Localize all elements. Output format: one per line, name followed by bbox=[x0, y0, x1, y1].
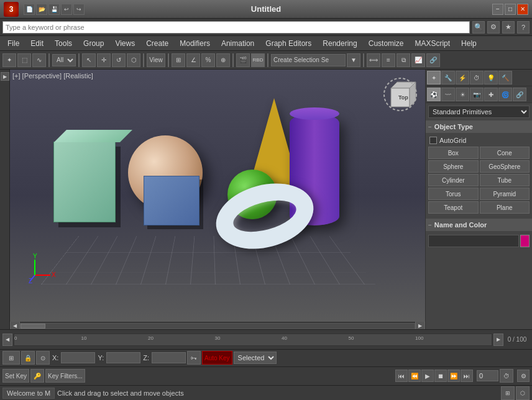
cylinder-button[interactable]: Cylinder bbox=[428, 174, 479, 186]
create-selection-input[interactable] bbox=[271, 54, 346, 66]
search-options-icon[interactable]: ⚙ bbox=[487, 21, 500, 34]
viewport-layout-btn[interactable]: ⊞ bbox=[501, 386, 515, 400]
spacewarps-icon[interactable]: 🌀 bbox=[498, 88, 512, 101]
systems-icon[interactable]: 🔗 bbox=[513, 88, 526, 101]
select-tool[interactable]: ✦ bbox=[2, 53, 16, 67]
name-color-header[interactable]: − Name and Color bbox=[426, 219, 532, 231]
torus-button[interactable]: Torus bbox=[428, 188, 479, 200]
minimize-button[interactable]: − bbox=[492, 4, 503, 15]
selected-dropdown[interactable]: Selected bbox=[234, 352, 277, 364]
render-scene[interactable]: 🎬 bbox=[236, 53, 250, 67]
autogrid-checkbox[interactable] bbox=[429, 137, 437, 144]
go-end-btn[interactable]: ⏭ bbox=[461, 370, 473, 382]
filter-dropdown[interactable]: All bbox=[52, 54, 76, 66]
menu-tools[interactable]: Tools bbox=[50, 38, 77, 49]
primitive-type-dropdown[interactable]: Standard Primitives bbox=[428, 106, 530, 118]
rotate-button[interactable]: ↺ bbox=[112, 53, 126, 67]
box-button[interactable]: Box bbox=[428, 147, 479, 159]
menu-views[interactable]: Views bbox=[110, 38, 140, 49]
menu-group[interactable]: Group bbox=[78, 38, 109, 49]
teapot-button[interactable]: Teapot bbox=[428, 201, 479, 214]
navigation-cube[interactable]: Top bbox=[382, 76, 419, 113]
timeline-prev-btn[interactable]: ◀ bbox=[2, 334, 12, 346]
object-name-input[interactable] bbox=[428, 235, 519, 247]
menu-customize[interactable]: Customize bbox=[364, 38, 409, 49]
menu-graph-editors[interactable]: Graph Editors bbox=[260, 38, 316, 49]
go-start-btn[interactable]: ⏮ bbox=[395, 370, 408, 382]
menu-rendering[interactable]: Rendering bbox=[318, 38, 362, 49]
object-type-header[interactable]: − Object Type bbox=[426, 120, 532, 133]
viewport[interactable]: X Y Z Top bbox=[10, 70, 425, 322]
x-input[interactable] bbox=[61, 352, 95, 363]
prev-frame-btn[interactable]: ⏪ bbox=[408, 370, 421, 382]
anim-mode-btn[interactable]: ⚙ bbox=[517, 370, 530, 382]
y-input[interactable] bbox=[106, 352, 140, 363]
menu-maxscript[interactable]: MAXScript bbox=[410, 38, 455, 49]
color-swatch[interactable] bbox=[520, 235, 530, 247]
create-panel-icon[interactable]: ✦ bbox=[427, 71, 441, 84]
quick-render[interactable]: RBD bbox=[251, 53, 265, 67]
geometry-icon[interactable]: ⚽ bbox=[427, 88, 441, 101]
play-anim-left[interactable]: ▶ bbox=[1, 72, 9, 81]
utilities-panel-icon[interactable]: 🔨 bbox=[498, 71, 512, 84]
primitive-type-select[interactable]: Standard Primitives bbox=[428, 106, 530, 118]
menu-modifiers[interactable]: Modifiers bbox=[175, 38, 215, 49]
z-input[interactable] bbox=[152, 352, 186, 363]
frame-mode-btn[interactable]: ⏱ bbox=[500, 369, 513, 383]
key-filters-button[interactable]: Key Filters... bbox=[45, 369, 85, 383]
reference-coord[interactable]: View bbox=[147, 53, 165, 67]
move-button[interactable]: ✛ bbox=[97, 53, 111, 67]
new-icon[interactable]: 📄 bbox=[24, 4, 35, 15]
select-button[interactable]: ↖ bbox=[82, 53, 96, 67]
curve-editor[interactable]: 📈 bbox=[411, 53, 425, 67]
auto-key-button[interactable]: Auto Key bbox=[202, 351, 232, 365]
timeline-track[interactable]: 0 10 20 30 40 50 100 bbox=[14, 334, 492, 346]
cameras-icon[interactable]: 📷 bbox=[470, 88, 484, 101]
scrollbar-thumb[interactable] bbox=[21, 324, 45, 329]
cone-button[interactable]: Cone bbox=[480, 147, 530, 159]
spinner-btn[interactable]: ⊙ bbox=[36, 351, 50, 365]
bookmark-icon[interactable]: ★ bbox=[502, 21, 515, 34]
lock-selection[interactable]: 🔒 bbox=[21, 351, 35, 365]
motion-panel-icon[interactable]: ⏱ bbox=[470, 71, 484, 84]
spinner-snap[interactable]: ⊕ bbox=[216, 53, 230, 67]
viewport-size-btn[interactable]: ⬡ bbox=[516, 386, 530, 400]
viewport-scrollbar[interactable]: ◀ ▶ bbox=[10, 322, 425, 329]
save-icon[interactable]: 💾 bbox=[48, 4, 60, 15]
plane-button[interactable]: Plane bbox=[480, 201, 530, 214]
help-icon[interactable]: ? bbox=[517, 21, 530, 34]
geosphere-button[interactable]: GeoSphere bbox=[480, 160, 530, 173]
sphere-button[interactable]: Sphere bbox=[428, 160, 479, 173]
layer-tool[interactable]: ⧉ bbox=[397, 53, 410, 67]
hierarchy-panel-icon[interactable]: ⚡ bbox=[456, 71, 469, 84]
redo-icon[interactable]: ↪ bbox=[73, 4, 85, 15]
key-icon[interactable]: 🗝 bbox=[187, 351, 201, 365]
key-mode-toggle[interactable]: 🔑 bbox=[30, 369, 44, 383]
scale-button[interactable]: ⬡ bbox=[127, 53, 140, 67]
angle-snap[interactable]: ∠ bbox=[186, 53, 200, 67]
search-input[interactable] bbox=[2, 21, 470, 34]
scrollbar-track[interactable] bbox=[20, 323, 415, 329]
set-key-button[interactable]: Set Key bbox=[2, 369, 29, 383]
frame-input[interactable] bbox=[477, 370, 498, 381]
stop-btn[interactable]: ⏹ bbox=[434, 370, 447, 382]
menu-create[interactable]: Create bbox=[141, 38, 173, 49]
timeline-next-btn[interactable]: ▶ bbox=[493, 334, 503, 346]
close-button[interactable]: ✕ bbox=[517, 4, 528, 15]
undo-icon[interactable]: ↩ bbox=[61, 4, 72, 15]
lasso-tool[interactable]: ∿ bbox=[32, 53, 46, 67]
menu-file[interactable]: File bbox=[2, 38, 24, 49]
menu-help[interactable]: Help bbox=[456, 38, 482, 49]
open-icon[interactable]: 📂 bbox=[36, 4, 47, 15]
create-sel-dropdown[interactable]: ▼ bbox=[347, 53, 360, 67]
mini-viewport-btn[interactable]: ⊞ bbox=[2, 351, 20, 365]
percent-snap[interactable]: % bbox=[201, 53, 215, 67]
shapes-icon[interactable]: 〰 bbox=[441, 88, 455, 101]
menu-edit[interactable]: Edit bbox=[25, 38, 48, 49]
search-icon[interactable]: 🔍 bbox=[472, 21, 485, 34]
lights-icon[interactable]: ☀ bbox=[456, 88, 469, 101]
tube-button[interactable]: Tube bbox=[480, 174, 530, 186]
modify-panel-icon[interactable]: 🔧 bbox=[441, 71, 455, 84]
pyramid-button[interactable]: Pyramid bbox=[480, 188, 530, 200]
select-region[interactable]: ⬚ bbox=[17, 53, 31, 67]
